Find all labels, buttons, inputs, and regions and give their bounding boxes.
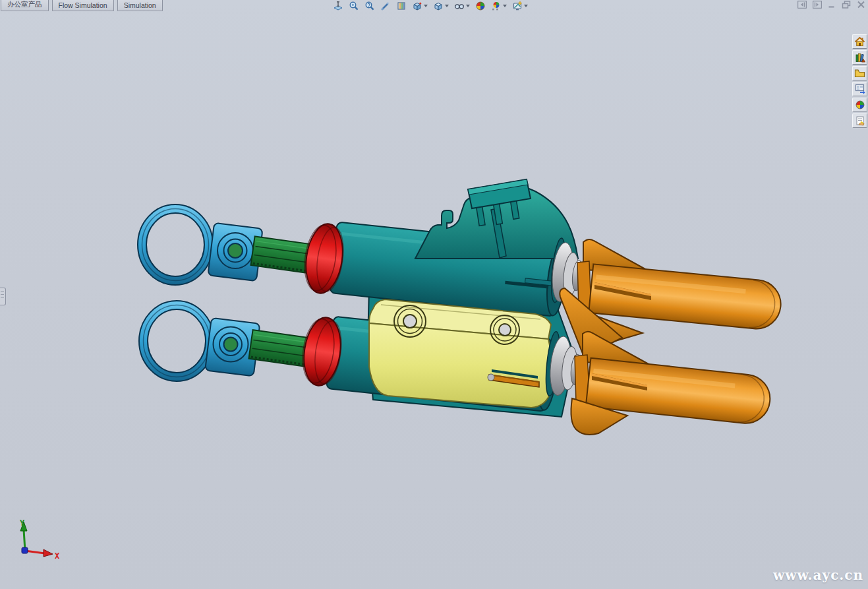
view-palette-button[interactable] (852, 82, 867, 96)
minimize-button[interactable] (828, 1, 836, 9)
zoom-in-out-button[interactable] (364, 0, 376, 11)
display-style-icon (433, 1, 444, 11)
reference-triad: Y X (13, 519, 66, 564)
feature-tree-collapsed-tab[interactable] (0, 288, 6, 305)
display-style-button[interactable] (432, 0, 449, 11)
tab-flow-simulation[interactable]: Flow Simulation (52, 0, 114, 11)
hide-show-items-button[interactable] (453, 0, 471, 11)
collapse-pane-right-button[interactable] (813, 1, 822, 9)
zoom-in-out-icon (364, 1, 375, 11)
dropdown-caret (524, 5, 528, 7)
previous-view-icon (380, 1, 391, 11)
heads-up-view-toolbar (332, 0, 529, 11)
model-upper-bracket[interactable] (415, 179, 578, 259)
triad-x-label: X (55, 551, 60, 561)
dropdown-caret (503, 5, 507, 7)
edit-appearance-button[interactable] (475, 0, 486, 11)
hide-show-items-icon (454, 1, 465, 11)
section-view-icon (396, 1, 407, 11)
view-orientation-icon (412, 1, 422, 11)
edit-appearance-icon (475, 1, 486, 11)
command-manager-tabs: 办公室产品 Flow Simulation Simulation (1, 0, 163, 11)
zoom-to-fit-icon (333, 1, 343, 11)
folder-icon (854, 68, 865, 78)
tab-simulation[interactable]: Simulation (117, 0, 163, 11)
design-library-button[interactable] (852, 50, 867, 65)
solidworks-resources-button[interactable] (852, 34, 867, 49)
window-controls (797, 1, 865, 9)
apply-scene-button[interactable] (490, 0, 507, 11)
triad-y-label: Y (20, 519, 25, 528)
appearance-ball-icon (855, 100, 865, 110)
collapse-pane-left-button[interactable] (797, 1, 807, 9)
view-settings-button[interactable] (511, 0, 529, 11)
view-settings-icon (512, 1, 523, 11)
viewport-canvas[interactable] (0, 0, 868, 589)
model-upper-pull-ring[interactable] (138, 204, 213, 285)
apply-scene-icon (491, 1, 502, 11)
section-view-button[interactable] (395, 0, 407, 11)
close-button[interactable] (857, 1, 865, 9)
zoom-to-area-button[interactable] (348, 0, 360, 11)
appearances-scenes-button[interactable] (852, 98, 867, 112)
dropdown-caret (424, 5, 428, 7)
zoom-to-fit-button[interactable] (332, 0, 344, 11)
model-yellow-sleeve[interactable] (369, 299, 552, 408)
dropdown-caret (445, 5, 449, 7)
zoom-to-area-icon (349, 1, 359, 11)
home-icon (854, 36, 865, 47)
custom-properties-button[interactable] (852, 113, 867, 128)
file-explorer-button[interactable] (852, 66, 867, 80)
restore-button[interactable] (842, 1, 851, 9)
dropdown-caret (466, 5, 470, 7)
watermark: www.ayc.cn (773, 567, 863, 583)
tab-office-products[interactable]: 办公室产品 (1, 0, 49, 11)
view-palette-icon (855, 84, 865, 94)
books-icon (855, 52, 865, 63)
custom-properties-icon (855, 115, 865, 126)
view-orientation-button[interactable] (411, 0, 428, 11)
task-pane-strip (852, 34, 868, 128)
model-lower-pull-ring[interactable] (139, 301, 214, 381)
previous-view-button[interactable] (380, 0, 391, 11)
